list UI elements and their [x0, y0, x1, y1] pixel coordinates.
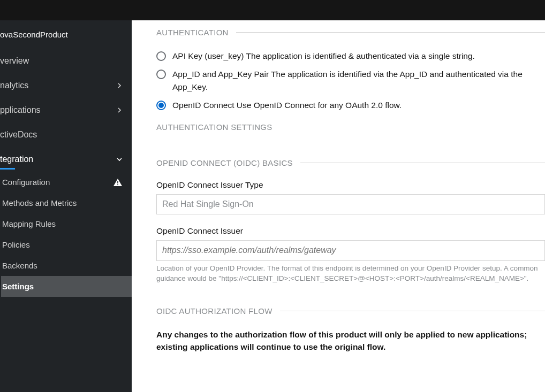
sidebar-subitem-methods-metrics[interactable]: Methods and Metrics: [1, 193, 132, 213]
svg-rect-0: [117, 181, 118, 183]
sidebar-subitem-settings[interactable]: Settings: [1, 276, 132, 297]
issuer-type-label: OpenID Connect Issuer Type: [156, 180, 545, 190]
sidebar-subitem-label: Settings: [2, 282, 34, 291]
auth-option-api-key[interactable]: API Key (user_key) The application is id…: [156, 50, 545, 63]
sidebar-subitem-mapping-rules[interactable]: Mapping Rules: [1, 213, 132, 234]
sidebar-item-overview[interactable]: verview: [0, 49, 132, 73]
warning-icon: [113, 179, 122, 186]
section-heading-label: OPENID CONNECT (OIDC) BASICS: [156, 158, 293, 167]
issuer-label: OpenID Connect Issuer: [156, 226, 545, 236]
divider: [236, 32, 545, 33]
sidebar-subitem-label: Policies: [2, 240, 30, 249]
radio-label: API Key (user_key) The application is id…: [172, 50, 545, 63]
radio-icon[interactable]: [156, 70, 166, 79]
sidebar-item-activedocs[interactable]: ctiveDocs: [0, 122, 132, 147]
divider: [280, 311, 545, 311]
sidebar-item-label: ctiveDocs: [0, 130, 37, 140]
sidebar-subitem-label: Methods and Metrics: [2, 198, 77, 207]
issuer-type-select[interactable]: Red Hat Single Sign-On: [156, 194, 545, 214]
main-content: AUTHENTICATION API Key (user_key) The ap…: [132, 20, 545, 392]
authentication-radio-group: API Key (user_key) The application is id…: [156, 50, 545, 112]
product-name: ovaSecondProduct: [0, 20, 132, 49]
sidebar-item-label: pplications: [0, 105, 41, 115]
chevron-right-icon: [117, 107, 122, 113]
sidebar-item-label: verview: [0, 56, 29, 66]
sidebar-subitem-backends[interactable]: Backends: [1, 255, 132, 276]
radio-icon[interactable]: [156, 101, 166, 110]
section-heading-label: OIDC AUTHORIZATION FLOW: [156, 306, 272, 316]
sidebar-subitem-label: Mapping Rules: [2, 219, 56, 228]
integration-submenu: Configuration Methods and Metrics Mappin…: [0, 172, 132, 297]
radio-icon[interactable]: [156, 51, 166, 61]
sidebar-subitem-label: Backends: [2, 261, 37, 270]
svg-rect-1: [117, 184, 118, 185]
section-heading-label: AUTHENTICATION: [156, 28, 229, 37]
top-bar: [0, 0, 545, 20]
issuer-help-text: Location of your OpenID Provider. The fo…: [156, 263, 545, 284]
oidc-basics-heading: OPENID CONNECT (OIDC) BASICS: [156, 158, 545, 167]
sidebar-subitem-label: Configuration: [2, 178, 50, 187]
flow-change-note: Any changes to the authorization flow of…: [156, 328, 545, 353]
chevron-right-icon: [117, 83, 122, 88]
sidebar-item-integration[interactable]: tegration: [0, 147, 132, 172]
sidebar-item-applications[interactable]: pplications: [0, 98, 132, 122]
divider: [300, 163, 545, 163]
auth-settings-heading: AUTHENTICATION SETTINGS: [156, 122, 545, 132]
oidc-flow-heading: OIDC AUTHORIZATION FLOW: [156, 306, 545, 316]
authentication-heading: AUTHENTICATION: [156, 28, 545, 37]
radio-label: OpenID Connect Use OpenID Connect for an…: [172, 99, 545, 112]
sidebar-item-label: tegration: [0, 155, 33, 164]
chevron-down-icon: [117, 157, 122, 162]
sidebar-subitem-policies[interactable]: Policies: [1, 234, 132, 255]
auth-option-openid-connect[interactable]: OpenID Connect Use OpenID Connect for an…: [156, 99, 545, 112]
sidebar-item-analytics[interactable]: nalytics: [0, 73, 132, 98]
sidebar: ovaSecondProduct verview nalytics pplica…: [0, 20, 132, 392]
radio-label: App_ID and App_Key Pair The application …: [172, 68, 545, 94]
issuer-input[interactable]: [156, 240, 545, 260]
sidebar-item-label: nalytics: [0, 81, 28, 90]
auth-option-appid-appkey[interactable]: App_ID and App_Key Pair The application …: [156, 68, 545, 94]
sidebar-subitem-configuration[interactable]: Configuration: [1, 172, 132, 193]
